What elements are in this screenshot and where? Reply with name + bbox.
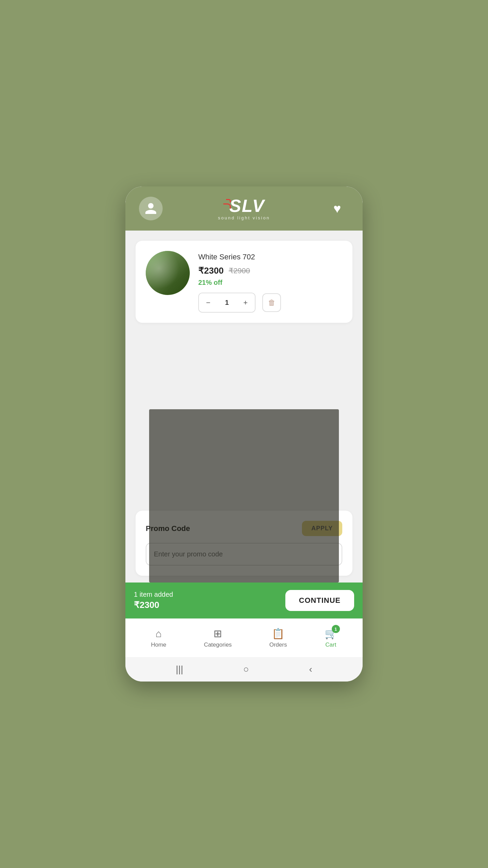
avatar-button[interactable] bbox=[139, 197, 163, 220]
discount-text: 21% off bbox=[198, 279, 342, 287]
orders-icon: 📋 bbox=[272, 628, 284, 639]
product-image bbox=[146, 251, 190, 295]
wishlist-button[interactable]: ♥ bbox=[325, 197, 349, 220]
system-back-button[interactable]: ‹ bbox=[309, 664, 312, 675]
continue-info: 1 item added ₹2300 bbox=[134, 591, 173, 610]
nav-home-label: Home bbox=[151, 642, 166, 648]
logo-tagline: sound light vision bbox=[218, 215, 270, 220]
increase-qty-button[interactable]: + bbox=[236, 293, 255, 312]
price-current: ₹2300 bbox=[198, 265, 224, 276]
logo-text: SLV bbox=[229, 197, 265, 215]
user-icon bbox=[144, 202, 158, 215]
items-added-text: 1 item added bbox=[134, 591, 173, 598]
system-menu-button[interactable]: ||| bbox=[176, 664, 183, 675]
product-visual bbox=[146, 251, 190, 295]
nav-categories[interactable]: ⊞ Categories bbox=[197, 625, 239, 651]
nav-categories-label: Categories bbox=[204, 642, 232, 648]
cart-icon-wrapper: 🛒 1 bbox=[325, 628, 337, 639]
delete-item-button[interactable]: 🗑 bbox=[262, 293, 281, 312]
heart-icon: ♥ bbox=[333, 201, 341, 216]
nav-cart[interactable]: 🛒 1 Cart bbox=[318, 625, 344, 651]
system-nav: ||| ○ ‹ bbox=[125, 657, 363, 682]
header: SLV sound light vision ♥ bbox=[125, 186, 363, 231]
nav-orders-label: Orders bbox=[269, 642, 287, 648]
nav-home[interactable]: ⌂ Home bbox=[144, 625, 173, 651]
product-name: White Series 702 bbox=[198, 253, 342, 261]
trash-icon: 🗑 bbox=[268, 298, 276, 307]
phone-container: SLV sound light vision ♥ White Series 70… bbox=[125, 186, 363, 682]
nav-orders[interactable]: 📋 Orders bbox=[263, 625, 294, 651]
logo: SLV sound light vision bbox=[218, 197, 270, 220]
bottom-nav: ⌂ Home ⊞ Categories 📋 Orders 🛒 1 Cart bbox=[125, 618, 363, 657]
price-original: ₹2900 bbox=[229, 267, 250, 275]
system-home-button[interactable]: ○ bbox=[243, 664, 249, 675]
quantity-value: 1 bbox=[218, 293, 236, 312]
categories-icon: ⊞ bbox=[214, 628, 222, 639]
continue-bar: 1 item added ₹2300 CONTINUE bbox=[125, 583, 363, 618]
total-price: ₹2300 bbox=[134, 600, 173, 610]
quantity-stepper: − 1 + bbox=[198, 293, 256, 313]
nav-cart-label: Cart bbox=[325, 642, 336, 648]
product-info: White Series 702 ₹2300 ₹2900 21% off − 1… bbox=[198, 251, 342, 313]
cart-item-card: White Series 702 ₹2300 ₹2900 21% off − 1… bbox=[136, 241, 352, 323]
decrease-qty-button[interactable]: − bbox=[199, 293, 218, 312]
cart-badge: 1 bbox=[332, 625, 340, 633]
main-content: White Series 702 ₹2300 ₹2900 21% off − 1… bbox=[125, 231, 363, 618]
quantity-controls: − 1 + 🗑 bbox=[198, 293, 342, 313]
price-row: ₹2300 ₹2900 bbox=[198, 265, 342, 276]
continue-button[interactable]: CONTINUE bbox=[285, 590, 354, 611]
home-icon: ⌂ bbox=[156, 628, 162, 639]
